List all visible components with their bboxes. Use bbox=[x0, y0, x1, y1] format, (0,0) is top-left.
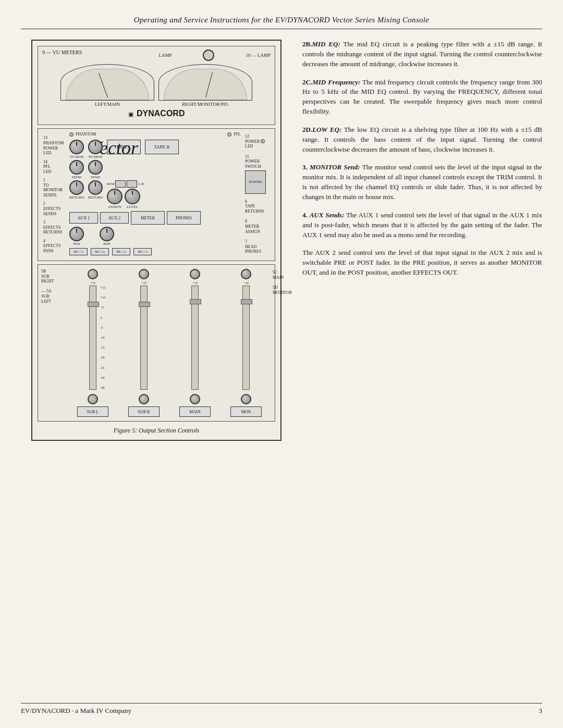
level-knob-control[interactable] bbox=[125, 189, 140, 204]
send-knob-1[interactable]: SEND bbox=[69, 160, 84, 179]
tape-returns-label: 6TAPERETURNS bbox=[245, 199, 270, 214]
pan-knob-2[interactable]: PAN bbox=[100, 227, 114, 246]
figure-caption: Figure 5: Output Section Controls bbox=[38, 427, 275, 435]
fader-main-top-knob[interactable] bbox=[190, 269, 200, 279]
return-knob-1-control[interactable] bbox=[69, 180, 84, 195]
vu-meters-label: 9 — VU METERS bbox=[42, 50, 82, 63]
pan-knob-1[interactable]: PAN bbox=[69, 227, 84, 246]
sub-right-label: 5BSUBRIGHT— 5ASUBLEFT bbox=[41, 269, 67, 304]
pfl-label: PFL bbox=[234, 132, 241, 137]
fader-sub-r-bottom-knob[interactable] bbox=[139, 394, 149, 404]
aux-row: AUX 1 AUX 2 METER PHONES bbox=[69, 211, 241, 225]
power-led-dot bbox=[261, 139, 265, 143]
fader-sub-l-track: +15+10+50-5-10-15-20-25-30-40 bbox=[89, 286, 96, 390]
power-led-row: 12POWERLED bbox=[245, 134, 270, 149]
send-knob-2[interactable]: SEND bbox=[88, 160, 103, 179]
pan-2-label: PAN bbox=[103, 242, 110, 246]
header-title: Operating and Service Instructions for t… bbox=[134, 16, 430, 24]
left-meter-inner bbox=[66, 69, 149, 100]
section-2d: 2D.LOW EQ: The low EQ circuit is a shelv… bbox=[302, 125, 542, 155]
dynacord-text: DYNACORD bbox=[137, 109, 185, 118]
return-label-2: RETURN bbox=[88, 195, 103, 200]
fader-main-label: MAIN bbox=[179, 406, 211, 417]
meters-row: LEFT/MAIN RIGHT/MONITOR/PFL bbox=[42, 64, 271, 107]
fader-mon-handle[interactable] bbox=[241, 299, 252, 304]
head-phones-label: 7HEADPHONES bbox=[245, 239, 270, 254]
effects-sends-label: 2EFFECTSSENDS bbox=[43, 201, 65, 216]
assign-knob-control[interactable] bbox=[107, 189, 123, 204]
return-label-1: RETURN bbox=[69, 195, 84, 200]
fader-sub-r: +15 SUB R bbox=[120, 269, 167, 417]
tape-r-box: TAPE R bbox=[145, 140, 179, 154]
lamp-area: LAMP 10 — LAMP bbox=[158, 50, 271, 61]
send-knob-2-control[interactable] bbox=[88, 160, 103, 175]
assign-level-row: ASSIGN LEVEL bbox=[107, 189, 144, 209]
pan-1-control[interactable] bbox=[69, 227, 84, 241]
knob-row-1: TO MON TO MON TAPE L TAPE bbox=[69, 140, 241, 159]
lr-label: L/R bbox=[138, 182, 144, 186]
level-label: LEVEL bbox=[127, 205, 138, 209]
return-knob-2-control[interactable] bbox=[88, 180, 103, 195]
pan-1-label: PAN bbox=[73, 242, 80, 246]
assign-knob[interactable]: ASSIGN bbox=[107, 189, 123, 209]
send-label-2: SEND bbox=[91, 175, 100, 179]
fader-main-plus: +10 bbox=[192, 281, 197, 285]
section-4-text: 4. AUX Sends: The AUX 1 send control set… bbox=[302, 211, 542, 240]
right-monitor-label: RIGHT/MONITOR/PFL bbox=[182, 102, 229, 107]
send-label-1: SEND bbox=[72, 175, 81, 179]
fader-sub-l-top-knob[interactable] bbox=[88, 269, 98, 279]
lamp-label-left: LAMP bbox=[158, 53, 172, 58]
section-3-text: 3. MONITOR Send: The monitor send contro… bbox=[302, 163, 542, 202]
fader-main-handle[interactable] bbox=[190, 299, 201, 304]
ml-ind-4: ML □ o bbox=[133, 248, 152, 255]
right-meter-display bbox=[158, 64, 252, 101]
send-knob-1-control[interactable] bbox=[69, 160, 84, 175]
left-needle bbox=[98, 73, 107, 97]
level-knob[interactable]: LEVEL bbox=[125, 189, 140, 209]
to-mon-knob-1[interactable]: TO MON bbox=[69, 140, 84, 159]
controls-main-row: 13PHANTOMPOWERLED 14PFLLED 1TOMONITORSEN… bbox=[41, 132, 272, 257]
fader-right-labels: 5CMAIN 5DMONITOR bbox=[272, 269, 298, 296]
aux-2-box: AUX 2 bbox=[100, 212, 129, 224]
to-mon-knob-2-control[interactable] bbox=[88, 140, 103, 154]
fader-sub-r-plus: +15 bbox=[141, 281, 146, 285]
fader-mon-top-knob[interactable] bbox=[241, 269, 251, 279]
section-4-num: 4. bbox=[302, 211, 308, 219]
fader-sub-r-top-knob[interactable] bbox=[139, 269, 149, 279]
ml-ind-3: ML □ o bbox=[112, 248, 130, 255]
fader-main-bottom-knob[interactable] bbox=[190, 394, 200, 404]
pan-2-control[interactable] bbox=[100, 227, 114, 241]
pan-row: PAN PAN bbox=[69, 227, 241, 246]
section-4b-text: The AUX 2 send control sets the level of… bbox=[302, 248, 542, 278]
power-switch-box[interactable]: POWER bbox=[245, 170, 266, 194]
fader-sub-l-handle[interactable] bbox=[88, 302, 99, 307]
meter-assign-label: 8METERASSIGN bbox=[245, 219, 270, 234]
footer-page-number: 3 bbox=[539, 707, 543, 715]
power-switch-num: 11POWERSWITCH bbox=[245, 154, 270, 169]
section-4: 4. AUX Sends: The AUX 1 send control set… bbox=[302, 211, 542, 240]
section-4b-body: The AUX 2 send control sets the level of… bbox=[302, 249, 542, 276]
return-knob-2[interactable]: RETURN bbox=[88, 180, 103, 200]
effects-returns-label: 3EFFECTSRETURNS bbox=[43, 220, 65, 235]
section-3-num: 3. bbox=[302, 163, 308, 171]
lr-switch[interactable] bbox=[127, 180, 137, 188]
to-mon-knob-2[interactable]: TO MON bbox=[88, 140, 103, 159]
mh-switch[interactable] bbox=[115, 180, 126, 188]
fader-sub-l-bottom-knob[interactable] bbox=[88, 394, 98, 404]
fader-mon-plus: +10 bbox=[243, 281, 248, 285]
to-mon-knob-1-control[interactable] bbox=[69, 140, 84, 154]
assign-group: M/M L/R ASSIGN bbox=[107, 180, 144, 209]
fader-sub-l-ticks: +15+10+50-5-10-15-20-25-30-40 bbox=[101, 286, 105, 389]
phantom-label: PHANTOM bbox=[76, 132, 96, 137]
tape-l-box: TAPE L bbox=[107, 140, 141, 154]
main-fader-label: 5CMAIN bbox=[273, 270, 297, 280]
phones-box: PHONES bbox=[167, 211, 201, 225]
return-knob-1[interactable]: RETURN bbox=[69, 180, 84, 200]
aux-1-box: AUX 1 bbox=[69, 212, 98, 224]
ml-ind-1: ML □ o bbox=[69, 248, 88, 255]
power-switch-inner: POWER bbox=[249, 180, 262, 184]
fader-sub-r-handle[interactable] bbox=[139, 302, 150, 307]
fader-mon-bottom-knob[interactable] bbox=[241, 394, 251, 404]
phantom-group: PHANTOM bbox=[69, 132, 96, 137]
left-meter-display bbox=[60, 64, 154, 101]
